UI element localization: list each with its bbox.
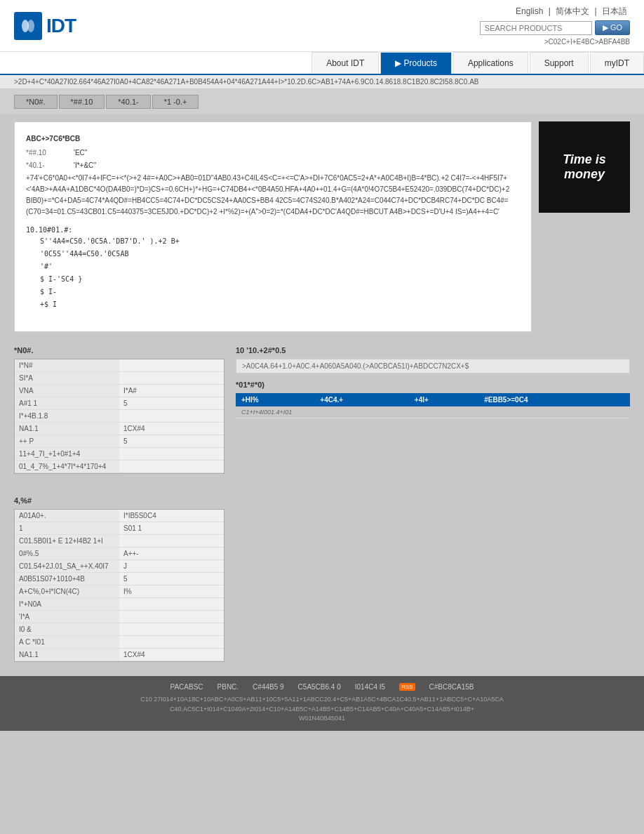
nav-applications[interactable]: Applications — [453, 52, 528, 74]
form-value-3[interactable]: 5 — [119, 397, 224, 410]
lang-chinese[interactable]: 简体中文 — [556, 6, 589, 16]
form-value-6[interactable]: 5 — [119, 435, 224, 448]
form-label-6: ++ P — [15, 435, 119, 448]
detail-label-7: I*+N0A — [15, 598, 119, 611]
search-input[interactable] — [480, 21, 592, 35]
nav-support[interactable]: Support — [530, 52, 589, 74]
code-line-0: S''4A4=C50.'0C5A.'DB7'D.' ).+2 B+ — [26, 236, 520, 247]
detail-value-5[interactable]: 5 — [119, 573, 224, 585]
item-val-2: 'I*+&C'' — [74, 160, 96, 171]
detail-value-0[interactable]: I*IB5S0C4 — [119, 510, 224, 522]
footer-link-0[interactable]: PACABSC — [170, 683, 203, 691]
main-content: ABC+>7C6*BCB *##.10 'EC'' *40.1- 'I*+&C'… — [0, 114, 644, 339]
header-sub: >C02C+I+E4BC>ABFA4BB — [544, 38, 630, 46]
form-label-8: 01_4_7%_1+4*7I*+4*170+4 — [15, 461, 119, 473]
footer-link-6[interactable]: C#BC8CA15B — [429, 683, 474, 691]
sub-nav-item-0[interactable]: *N0#. — [14, 95, 58, 109]
form-grid: I*N# SI*A VNA I*A# A#1 1 5 I*+4B.1.8 NA1… — [14, 359, 224, 474]
detail-value-3[interactable]: A++- — [119, 548, 224, 560]
detail-value-1[interactable]: S01 1 — [119, 522, 224, 535]
detail-label-0: A01A0+. — [15, 510, 119, 522]
item-key-2: *40.1- — [26, 160, 68, 171]
results-table: +HI% +4C4.+ +4I+ #EBB5>=0C4 C1+I+4I001.4… — [236, 393, 630, 418]
form-value-8[interactable] — [119, 461, 224, 473]
form-label-2: VNA — [15, 385, 119, 397]
item-key-1: *##.10 — [26, 147, 68, 159]
detail-form-section: 4,%# A01A0+. I*IB5S0C4 1 S01 1 C01.5B0I1… — [14, 496, 630, 662]
footer-links: PACABSC PBNC. C#44B5 9 C5A5CB6.4 0 I014C… — [14, 683, 630, 691]
breadcrumb: >2D+4+C*40A27I02.664*46A27I0A0+4CA82*46A… — [0, 75, 644, 89]
form-value-1[interactable] — [119, 372, 224, 385]
lang-links: English | 简体中文 | 日本語 — [513, 6, 630, 18]
lang-japanese[interactable]: 日本語 — [602, 6, 627, 16]
results-section: *01*#*0) +HI% +4C4.+ +4I+ #EBB5>=0C4 C1+… — [236, 380, 630, 418]
search-row: ▶ GO — [480, 20, 630, 35]
sub-nav-item-1[interactable]: *##.10 — [59, 95, 105, 109]
go-button[interactable]: ▶ GO — [595, 20, 630, 35]
header-right: English | 简体中文 | 日本語 ▶ GO >C02C+I+E4BC>A… — [480, 6, 630, 46]
sub-nav-item-2[interactable]: *40.1- — [106, 95, 150, 109]
ad-text-bottom: money — [564, 167, 605, 182]
form-label-0: I*N# — [15, 359, 119, 372]
detail-value-11[interactable]: 1CX#4 — [119, 649, 224, 661]
form-label-5: NA1.1 — [15, 423, 119, 435]
form-value-5[interactable]: 1CX#4 — [119, 423, 224, 435]
item-row-1: *##.10 'EC'' — [26, 147, 520, 159]
form-value-4[interactable] — [119, 410, 224, 423]
code-line-2: '#' — [26, 261, 520, 272]
form-label-7: 11+4_7I_+1+0#1+4 — [15, 448, 119, 461]
footer-text-2: C40.AC5C1+I014+C1040A+2I014+C10+A14B5C+A… — [14, 705, 630, 715]
table-note: C1+I+4I001.4+I01 — [236, 406, 630, 418]
code-section-label: 10.10#01.#: — [26, 225, 520, 236]
detail-form-grid: A01A0+. I*IB5S0C4 1 S01 1 C01.5B0I1+ E 1… — [14, 509, 224, 662]
detail-label-6: A+C%,0+I*ICN(4C) — [15, 585, 119, 598]
form-value-7[interactable] — [119, 448, 224, 461]
ad-box[interactable]: Time is money — [539, 121, 630, 213]
form-label-3: A#1 1 — [15, 397, 119, 410]
lower-section: *N0#. I*N# SI*A VNA I*A# A#1 1 5 I*+4B.1… — [0, 339, 644, 669]
detail-label-1: 1 — [15, 522, 119, 535]
logo-icon — [14, 12, 42, 40]
logo-text: IDT — [46, 15, 76, 37]
lang-english[interactable]: English — [516, 6, 543, 16]
ad-text-top: Time is — [563, 152, 606, 167]
nav-myidt[interactable]: myIDT — [590, 52, 644, 74]
detail-form-title: 4,%# — [14, 496, 630, 505]
footer-link-3[interactable]: C5A5CB6.4 0 — [298, 683, 341, 691]
detail-value-4[interactable]: J — [119, 560, 224, 573]
code-line-4: $ I- — [26, 286, 520, 298]
nav-products[interactable]: ▶ Products — [380, 52, 452, 74]
detail-value-9[interactable] — [119, 623, 224, 636]
footer-link-1[interactable]: PBNC. — [217, 683, 239, 691]
code-block: 10.10#01.#: S''4A4=C50.'0C5A.'DB7'D.' ).… — [26, 225, 520, 310]
detail-value-2[interactable] — [119, 535, 224, 548]
lower-right: 10 '10.+2#*0.5 >A0C4A.64+1.0+A0C.4+A060A… — [236, 346, 630, 485]
detail-value-8[interactable] — [119, 611, 224, 623]
rss-icon[interactable]: RSS — [399, 683, 415, 691]
nav-about[interactable]: About IDT — [311, 52, 379, 74]
two-col-layout: *N0#. I*N# SI*A VNA I*A# A#1 1 5 I*+4B.1… — [14, 346, 630, 485]
footer-rss: RSS — [399, 683, 415, 691]
footer-copyright: W01N40B45041 — [14, 714, 630, 724]
detail-value-10[interactable] — [119, 636, 224, 649]
detail-value-7[interactable] — [119, 598, 224, 611]
code-line-1: '0C5S''4A4=C50.'0C5AB — [26, 249, 520, 260]
col-header-0: +HI% — [236, 393, 314, 406]
content-left: ABC+>7C6*BCB *##.10 'EC'' *40.1- 'I*+&C'… — [14, 121, 532, 332]
right-search-bar[interactable]: >A0C4A.64+1.0+A0C.4+A060A5A040.(>A0CBCA5… — [236, 359, 630, 373]
right-form-title: 10 '10.+2#*0.5 — [236, 346, 630, 355]
col-header-3: #EBB5>=0C4 — [478, 393, 630, 406]
footer: PACABSC PBNC. C#44B5 9 C5A5CB6.4 0 I014C… — [0, 676, 644, 731]
sub-nav-item-3[interactable]: *1 -0.+ — [152, 95, 199, 109]
footer-link-2[interactable]: C#44B5 9 — [253, 683, 283, 691]
detail-value-6[interactable]: I% — [119, 585, 224, 598]
table-note-row: C1+I+4I001.4+I01 — [236, 406, 630, 418]
main-nav: About IDT ▶ Products Applications Suppor… — [0, 52, 644, 75]
detail-label-9: I0 & — [15, 623, 119, 636]
item-val-1: 'EC'' — [74, 147, 88, 159]
detail-label-8: 'I*A — [15, 611, 119, 623]
header: IDT English | 简体中文 | 日本語 ▶ GO >C02C+I+E4… — [0, 0, 644, 52]
footer-link-4[interactable]: I014C4 I5 — [355, 683, 385, 691]
form-value-0[interactable] — [119, 359, 224, 372]
form-value-2[interactable]: I*A# — [119, 385, 224, 397]
